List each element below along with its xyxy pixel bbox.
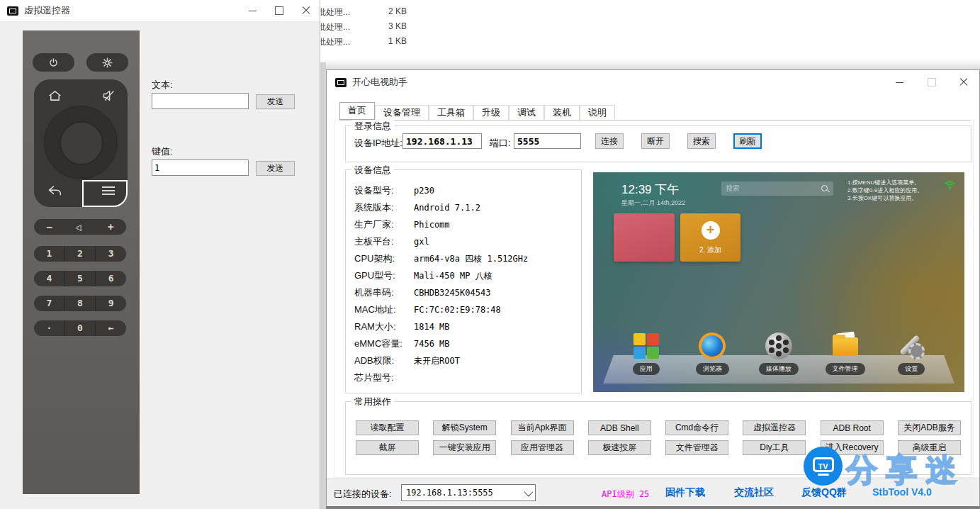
app-manager-button[interactable]: 应用管理器	[511, 440, 574, 455]
search-button[interactable]: 搜索	[687, 133, 716, 149]
key-8[interactable]: 8	[64, 296, 96, 311]
connect-button[interactable]: 连接	[595, 133, 624, 149]
tab-install[interactable]: 装机	[544, 105, 580, 120]
desktop: 批处理... 2 KB 批处理... 3 KB 批处理... 1 KB 虚拟遥控…	[0, 0, 980, 509]
read-config-button[interactable]: 读取配置	[356, 420, 419, 435]
tv-tile-add: + 2. 添加	[680, 213, 740, 262]
settings-icon	[896, 330, 927, 362]
power-button[interactable]	[33, 53, 74, 72]
key-6[interactable]: 6	[95, 271, 126, 286]
send-keycode-button[interactable]: 发送	[256, 161, 295, 176]
file-size: 1 KB	[388, 36, 407, 46]
minimize-icon	[249, 11, 257, 11]
background-file-list: 批处理... 2 KB 批处理... 3 KB 批处理... 1 KB	[320, 0, 980, 69]
disconnect-button[interactable]: 断开	[641, 133, 670, 149]
volume-up-button[interactable]: +	[96, 219, 126, 235]
tv-dock: 应用 浏览器 媒体播放 文件管理	[613, 330, 945, 375]
dpad[interactable]	[44, 106, 118, 179]
refresh-button[interactable]: 刷新	[733, 133, 762, 149]
minimize-button[interactable]	[884, 70, 916, 94]
tv-tile-red	[614, 213, 675, 262]
port-input[interactable]	[514, 133, 581, 149]
tab-toolbox[interactable]: 工具箱	[429, 105, 473, 120]
file-name: 批处理...	[317, 6, 350, 18]
close-button[interactable]	[947, 70, 979, 94]
back-button[interactable]	[47, 183, 62, 198]
file-name: 批处理...	[317, 36, 350, 48]
tab-bar: 首页 设备管理 工具箱 升级 调试 装机 说明	[339, 104, 971, 121]
tv-assistant-window: 开心电视助手 首页 设备管理 工具箱 升级 调试 装机 说明 登录信息 设备IP…	[326, 69, 980, 509]
tab-home[interactable]: 首页	[339, 102, 375, 120]
remote-titlebar[interactable]: 虚拟遥控器	[0, 0, 320, 22]
file-name: 批处理...	[317, 21, 350, 33]
close-button[interactable]	[293, 0, 320, 21]
install-app-button[interactable]: 一键安装应用	[433, 440, 496, 455]
device-select[interactable]: 192.168.1.13:5555	[401, 484, 536, 501]
key-5[interactable]: 5	[64, 271, 96, 286]
info-row: 机器串码:CBHDB3245K04543	[354, 286, 575, 299]
key-9[interactable]: 9	[95, 296, 126, 311]
current-apk-button[interactable]: 当前Apk界面	[511, 420, 574, 435]
maximize-button[interactable]	[916, 70, 947, 94]
chevron-down-icon	[524, 487, 534, 496]
key-4[interactable]: 4	[34, 271, 64, 286]
keycode-input[interactable]	[152, 160, 249, 176]
unlock-system-button[interactable]: 解锁System	[433, 420, 496, 435]
search-icon	[821, 184, 829, 193]
key-1[interactable]: 1	[34, 246, 64, 262]
send-text-button[interactable]: 发送	[256, 94, 295, 109]
tab-help[interactable]: 说明	[580, 105, 615, 120]
file-size: 2 KB	[388, 6, 407, 16]
back-icon	[47, 185, 62, 196]
app-titlebar[interactable]: 开心电视助手	[327, 70, 979, 94]
home-icon	[47, 89, 62, 102]
tv-tips: 1.按MENU键进入选项菜单。 2.数字键0-9进入相应的应用。 3.长按OK键…	[847, 179, 931, 202]
ip-input[interactable]	[402, 133, 482, 149]
dock-item-files: 文件管理	[813, 330, 877, 375]
tv-clock: 12:39 下午	[621, 181, 679, 198]
settings-button[interactable]	[86, 53, 128, 72]
adb-root-button[interactable]: ADB Root	[821, 420, 884, 435]
screenshot-button[interactable]: 截屏	[356, 440, 419, 455]
home-button[interactable]	[47, 88, 62, 104]
info-row: 芯片型号:	[354, 371, 575, 384]
file-size: 3 KB	[388, 21, 407, 31]
maximize-button[interactable]	[266, 0, 293, 21]
key-0[interactable]: 0	[64, 320, 96, 336]
info-row: ADB权限:未开启ROOT	[354, 354, 575, 367]
tab-upgrade[interactable]: 升级	[473, 105, 509, 120]
virtual-remote-button[interactable]: 虚拟遥控器	[743, 420, 806, 435]
maximize-icon	[275, 6, 283, 15]
key-backspace[interactable]: ←	[95, 320, 126, 336]
tab-debug[interactable]: 调试	[509, 105, 544, 120]
key-3[interactable]: 3	[95, 246, 126, 262]
text-input[interactable]	[152, 93, 249, 109]
info-row: RAM大小:1814 MB	[354, 320, 575, 333]
tab-device-management[interactable]: 设备管理	[375, 105, 429, 120]
ok-button[interactable]	[60, 121, 103, 165]
minimize-icon	[896, 82, 903, 83]
key-dot[interactable]: ·	[34, 320, 64, 336]
adb-shell-button[interactable]: ADB Shell	[588, 420, 651, 435]
volume-down-button[interactable]: −	[34, 219, 64, 235]
wifi-icon	[944, 180, 956, 194]
key-7[interactable]: 7	[34, 296, 64, 311]
mute-button[interactable]	[101, 88, 116, 104]
close-adb-button[interactable]: 关闭ADB服务	[898, 420, 961, 435]
browser-icon	[697, 330, 728, 362]
file-manager-button[interactable]: 文件管理器	[665, 440, 728, 455]
community-link[interactable]: 交流社区	[734, 486, 774, 499]
keycode-field-label: 键值:	[152, 145, 173, 158]
minimize-button[interactable]	[239, 0, 266, 21]
digit-row: 7 8 9	[34, 296, 126, 311]
digit-row: · 0 ←	[34, 320, 126, 336]
firmware-download-link[interactable]: 固件下载	[665, 486, 705, 499]
key-2[interactable]: 2	[64, 246, 96, 262]
api-level-badge: API级别 25	[602, 488, 649, 500]
virtual-remote-window: 虚拟遥控器	[0, 0, 320, 509]
diy-tools-button[interactable]: Diy工具	[743, 440, 806, 455]
fast-cast-button[interactable]: 极速投屏	[588, 440, 651, 455]
info-row: 设备型号:p230	[354, 184, 575, 197]
feedback-qq-link[interactable]: 反馈QQ群	[801, 486, 847, 499]
cmd-button[interactable]: Cmd命令行	[665, 420, 728, 435]
